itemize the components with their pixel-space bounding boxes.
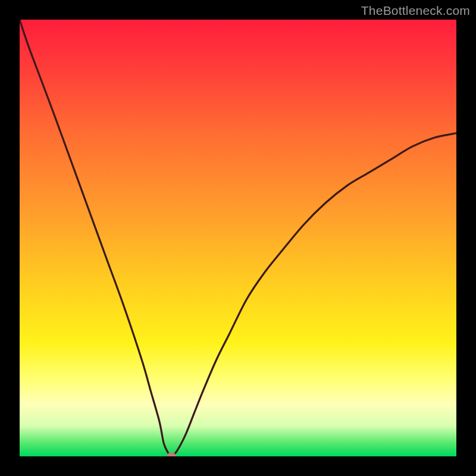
minimum-marker: [167, 452, 176, 456]
bottleneck-curve-path: [20, 20, 456, 456]
watermark-text: TheBottleneck.com: [361, 4, 470, 18]
chart-frame: TheBottleneck.com: [0, 0, 476, 476]
bottleneck-curve: [20, 20, 456, 456]
chart-plot-area: [20, 20, 456, 456]
